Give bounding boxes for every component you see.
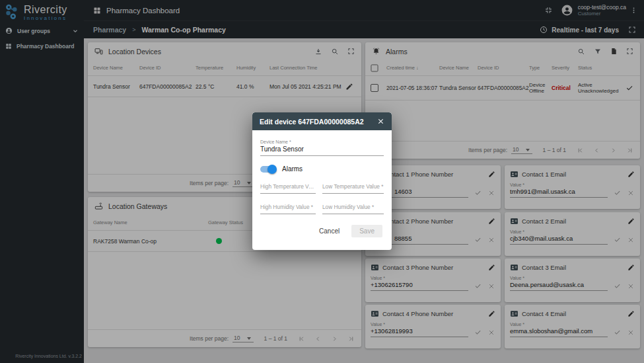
device-name-field[interactable]: Tundra Sensor [260,144,384,156]
edit-device-modal: Edit device 647FDA00000085A2 Device Name… [252,112,392,250]
high-humidity-field[interactable]: High Humidity Value * [260,204,316,214]
cancel-button[interactable]: Cancel [315,225,343,237]
modal-title: Edit device 647FDA00000085A2 [260,118,377,126]
device-name-label: Device Name * [260,140,384,144]
alarms-toggle-label: Alarms [282,165,303,173]
alarms-toggle[interactable] [260,166,275,173]
low-humidity-field[interactable]: Low Humidity Value * [322,204,384,214]
app-root: Rivercity Innovations User groups Pharma… [0,0,644,363]
low-temperature-field[interactable]: Low Temperature Value * [322,183,384,194]
save-button[interactable]: Save [351,225,382,237]
close-icon[interactable] [377,118,384,125]
high-temperature-field[interactable]: High Temperature Value * [260,183,316,194]
